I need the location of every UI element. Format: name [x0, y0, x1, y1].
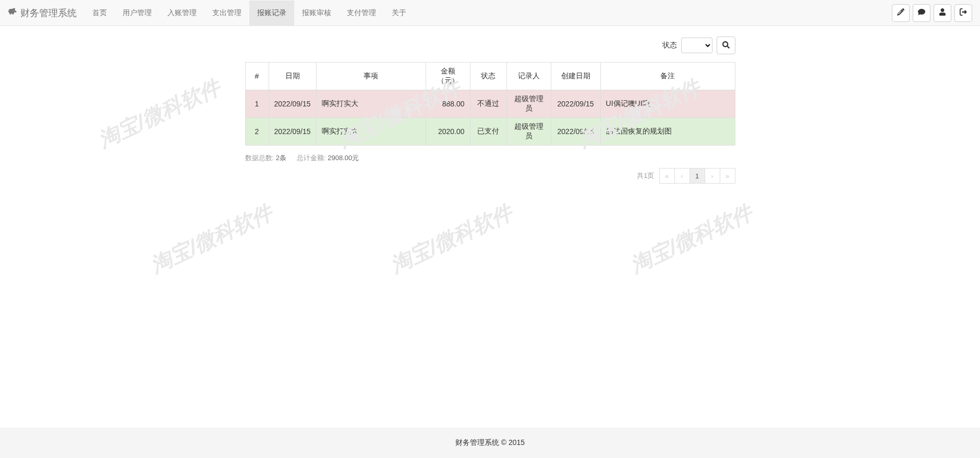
cell-amount: 888.00: [426, 90, 470, 118]
nav-item-reimburse-record[interactable]: 报账记录: [249, 1, 294, 26]
cell-created: 2022/09/15: [551, 90, 600, 118]
nav-item-home[interactable]: 首页: [84, 1, 115, 26]
col-amount: 金额（元）: [426, 63, 470, 90]
cell-date: 2022/09/15: [269, 118, 316, 146]
watermark: 淘宝/微科软件: [386, 198, 517, 280]
cell-status: 已支付: [470, 118, 506, 146]
summary-row: 数据总数: 2条 总计金额: 2908.00元: [245, 153, 735, 163]
filter-bar: 状态: [245, 37, 735, 54]
main-content: 状态 # 日期 事项 金额（元） 状态 记录人 创建日期 备注 12022/09…: [245, 26, 735, 194]
page-first[interactable]: «: [659, 168, 675, 184]
footer: 财务管理系统 © 2015: [0, 428, 980, 458]
table-row[interactable]: 22022/09/15啊实打实大2020.00已支付超级管理员2022/09/1…: [245, 118, 735, 146]
page-current[interactable]: 1: [689, 168, 705, 184]
cell-status: 不通过: [470, 90, 506, 118]
logout-button[interactable]: [954, 4, 972, 22]
amount-label: 总计金额:: [297, 154, 326, 162]
piggy-bank-icon: [8, 7, 17, 19]
cell-amount: 2020.00: [426, 118, 470, 146]
status-select[interactable]: [681, 38, 712, 53]
col-created: 创建日期: [551, 63, 600, 90]
data-table: # 日期 事项 金额（元） 状态 记录人 创建日期 备注 12022/09/15…: [245, 62, 735, 146]
user-button[interactable]: [934, 4, 951, 22]
count-value: 2条: [276, 154, 286, 162]
cell-recorder: 超级管理员: [506, 118, 551, 146]
watermark: 淘宝/微科软件: [626, 198, 757, 280]
col-status: 状态: [470, 63, 506, 90]
cell-idx: 1: [245, 90, 269, 118]
watermark: 淘宝/微科软件: [146, 198, 277, 280]
sign-out-icon: [960, 8, 967, 17]
cell-item: 啊实打实大: [316, 90, 426, 118]
comment-icon: [918, 8, 925, 17]
count-label: 数据总数:: [245, 154, 274, 162]
cell-created: 2022/09/15: [551, 118, 600, 146]
col-remark: 备注: [600, 63, 735, 90]
watermark: 淘宝/微科软件: [94, 73, 225, 154]
filter-label: 状态: [662, 41, 677, 50]
nav-item-expense[interactable]: 支出管理: [204, 1, 249, 26]
search-button[interactable]: [717, 37, 735, 54]
nav-item-user[interactable]: 用户管理: [115, 1, 160, 26]
col-index: #: [245, 63, 269, 90]
cell-remark: 的法国恢复的规划图: [600, 118, 735, 146]
cell-item: 啊实打实大: [316, 118, 426, 146]
search-icon: [722, 41, 730, 50]
nav-item-payment[interactable]: 支付管理: [339, 1, 384, 26]
nav-item-income[interactable]: 入账管理: [160, 1, 204, 26]
navbar: 财务管理系统 首页 用户管理 入账管理 支出管理 报账记录 报账审核 支付管理 …: [0, 0, 980, 26]
nav-item-about[interactable]: 关于: [384, 1, 414, 26]
table-header-row: # 日期 事项 金额（元） 状态 记录人 创建日期 备注: [245, 63, 735, 90]
cell-recorder: 超级管理员: [506, 90, 551, 118]
cell-date: 2022/09/15: [269, 90, 316, 118]
user-icon: [939, 8, 946, 17]
page-last[interactable]: »: [720, 168, 735, 184]
page-prev[interactable]: ‹: [674, 168, 690, 184]
message-button[interactable]: [913, 4, 930, 22]
col-recorder: 记录人: [506, 63, 551, 90]
cell-idx: 2: [245, 118, 269, 146]
page-next[interactable]: ›: [705, 168, 720, 184]
page-info: 共1页: [637, 171, 654, 180]
amount-value: 2908.00元: [328, 154, 359, 162]
nav-item-reimburse-audit[interactable]: 报账审核: [294, 1, 339, 26]
cell-remark: UI偶记噢UI哦，: [600, 90, 735, 118]
table-row[interactable]: 12022/09/15啊实打实大888.00不通过超级管理员2022/09/15…: [245, 90, 735, 118]
col-item: 事项: [316, 63, 426, 90]
nav-links: 首页 用户管理 入账管理 支出管理 报账记录 报账审核 支付管理 关于: [84, 1, 414, 26]
edit-button[interactable]: [892, 4, 910, 22]
col-date: 日期: [269, 63, 316, 90]
brand-text: 财务管理系统: [20, 7, 77, 19]
pencil-icon: [897, 8, 904, 17]
pagination: « ‹ 1 › »: [660, 168, 735, 184]
pagination-wrap: 共1页 « ‹ 1 › »: [245, 168, 735, 184]
brand[interactable]: 财务管理系统: [8, 7, 84, 19]
